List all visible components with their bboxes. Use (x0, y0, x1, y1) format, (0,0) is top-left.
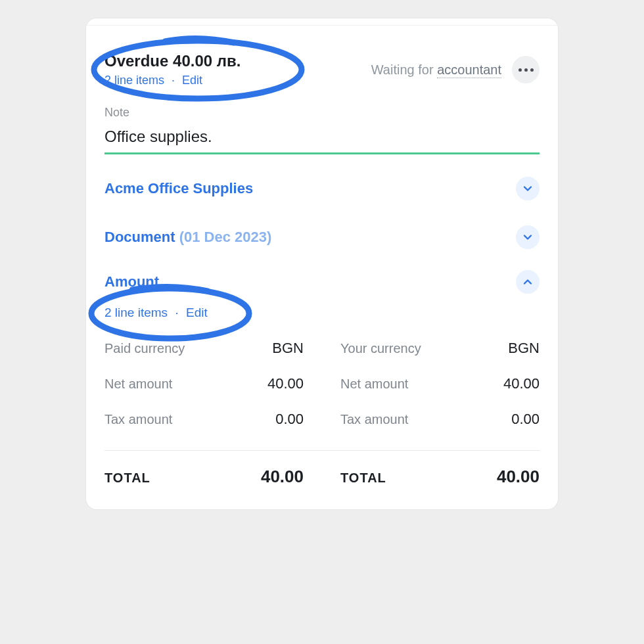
your-total-label: TOTAL (340, 471, 386, 486)
header-subline: 2 line items · Edit (104, 74, 241, 87)
separator-dot: · (168, 74, 179, 87)
dot-icon (524, 68, 528, 72)
more-menu-button[interactable] (512, 56, 540, 83)
your-total-value: 40.00 (497, 467, 540, 487)
paid-currency-label: Paid currency (104, 341, 185, 356)
paid-total-row: TOTAL 40.00 (104, 467, 304, 487)
edit-link[interactable]: Edit (182, 74, 202, 87)
paid-tax-label: Tax amount (104, 412, 172, 427)
document-label: Document (104, 229, 175, 245)
chevron-down-icon (522, 183, 533, 194)
paid-total-label: TOTAL (104, 471, 150, 486)
amount-title[interactable]: Amount (104, 273, 159, 290)
your-net-value: 40.00 (503, 375, 540, 392)
paid-net-label: Net amount (104, 377, 172, 392)
amount-subline: 2 line items · Edit (104, 306, 540, 320)
header-right: Waiting for accountant (371, 56, 540, 83)
section-supplier: Acme Office Supplies (86, 158, 558, 207)
paid-currency-value: BGN (272, 340, 304, 357)
paid-tax-row: Tax amount 0.00 (104, 411, 304, 428)
line-items-count[interactable]: 2 line items (104, 306, 168, 319)
amount-grid: Paid currency BGN Your currency BGN Net … (104, 320, 540, 432)
divider (104, 450, 540, 451)
your-tax-row: Tax amount 0.00 (340, 411, 540, 428)
expand-document-button[interactable] (516, 225, 540, 249)
dot-icon (518, 68, 522, 72)
overdue-title: Overdue 40.00 лв. (104, 52, 241, 71)
collapse-amount-button[interactable] (516, 270, 540, 294)
separator-dot: · (171, 306, 182, 319)
header: Overdue 40.00 лв. 2 line items · Edit Wa… (86, 26, 558, 94)
your-tax-value: 0.00 (511, 411, 540, 428)
paid-net-row: Net amount 40.00 (104, 375, 304, 392)
your-total-row: TOTAL 40.00 (340, 467, 540, 487)
dot-icon (530, 68, 534, 72)
section-document: Document (01 Dec 2023) (86, 207, 558, 256)
document-date: (01 Dec 2023) (179, 229, 272, 245)
your-currency-row: Your currency BGN (340, 340, 540, 357)
line-items-count[interactable]: 2 line items (104, 74, 164, 87)
paid-tax-value: 0.00 (275, 411, 304, 428)
your-currency-value: BGN (508, 340, 540, 357)
note-label: Note (104, 106, 540, 120)
paid-net-value: 40.00 (267, 375, 304, 392)
waiting-for-label: Waiting for accountant (371, 62, 501, 78)
chevron-up-icon (522, 277, 533, 287)
totals-row: TOTAL 40.00 TOTAL 40.00 (104, 463, 540, 496)
expand-supplier-button[interactable] (516, 177, 540, 200)
edit-link[interactable]: Edit (186, 306, 208, 319)
your-currency-label: Your currency (340, 341, 421, 356)
your-net-row: Net amount 40.00 (340, 375, 540, 392)
section-amount: Amount 2 line items · Edit Paid currency… (86, 256, 558, 503)
your-tax-label: Tax amount (340, 412, 408, 427)
note-input[interactable] (104, 125, 540, 154)
waiting-prefix: Waiting for (371, 62, 437, 77)
note-block: Note (86, 94, 558, 158)
paid-total-value: 40.00 (261, 467, 304, 487)
header-left: Overdue 40.00 лв. 2 line items · Edit (104, 52, 241, 87)
chevron-down-icon (522, 232, 533, 242)
waiting-role[interactable]: accountant (437, 62, 501, 78)
paid-currency-row: Paid currency BGN (104, 340, 304, 357)
document-title[interactable]: Document (01 Dec 2023) (104, 229, 271, 246)
supplier-title[interactable]: Acme Office Supplies (104, 180, 253, 197)
invoice-card: Overdue 40.00 лв. 2 line items · Edit Wa… (86, 18, 558, 509)
your-net-label: Net amount (340, 377, 408, 392)
